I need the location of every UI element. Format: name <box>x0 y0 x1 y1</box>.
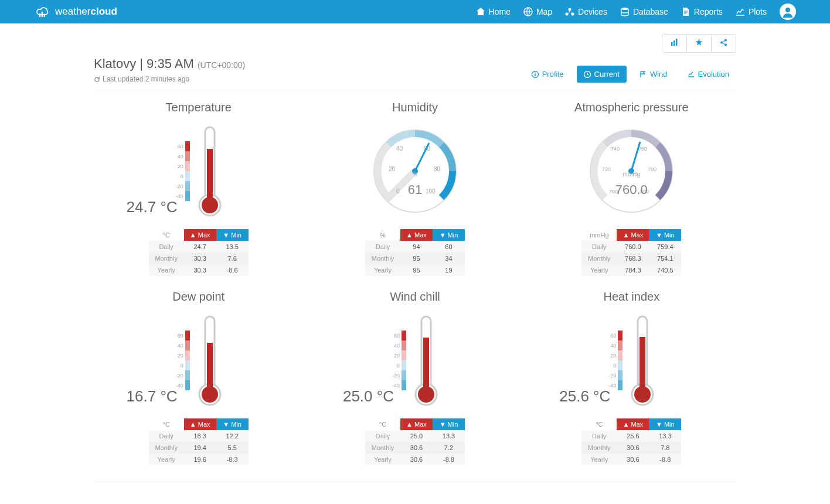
panel-title: Dew point <box>94 290 303 304</box>
devices-icon <box>565 7 574 16</box>
nav-database[interactable]: Database <box>620 7 668 16</box>
cloud-icon <box>34 3 52 21</box>
favorite-button[interactable] <box>686 35 711 52</box>
home-icon <box>476 7 485 16</box>
table-row: Yearly30.6-8.8 <box>365 454 465 465</box>
star-icon <box>695 39 703 46</box>
table-row: Monthly9534 <box>365 253 465 264</box>
stats-table: °C▲ Max▼ Min Daily18.312.2 Monthly19.45.… <box>149 418 249 465</box>
stats-table: °C▲ Max▼ Min Daily24.713.5 Monthly30.37.… <box>149 229 249 276</box>
table-row: Monthly30.67.8 <box>581 442 681 454</box>
database-icon <box>620 7 630 16</box>
pressure-gauge: 700 720 740 760 780 800 mmHg 760.0 <box>584 124 678 218</box>
temperature-value: 24.7 °C <box>127 198 178 216</box>
brand-text-a: weather <box>55 6 90 17</box>
thermometer-icon <box>198 124 222 218</box>
panel-title: Heat index <box>527 290 736 304</box>
table-row: Yearly30.3-8.6 <box>149 264 249 276</box>
thermo-scale: 60 40 20 0 -20 -40 <box>176 331 190 390</box>
file-icon <box>681 7 690 16</box>
svg-rect-47 <box>423 338 429 390</box>
nav-reports[interactable]: Reports <box>681 7 723 16</box>
svg-rect-21 <box>207 149 213 200</box>
panel-dew-point: Dew point 60 40 20 0 -20 -40 16.7 °C <box>94 290 303 465</box>
divider <box>94 482 736 482</box>
refresh-icon <box>94 76 100 83</box>
stats-table: mmHg▲ Max▼ Min Daily760.0759.4 Monthly76… <box>581 229 681 276</box>
svg-line-30 <box>415 143 429 171</box>
svg-point-7 <box>621 8 628 10</box>
heat-value: 25.6 °C <box>559 387 610 406</box>
panel-pressure: Atmospheric pressure 700 720 740 760 <box>527 101 736 276</box>
table-row: Daily24.713.5 <box>149 241 249 253</box>
share-button[interactable] <box>711 35 736 52</box>
svg-point-22 <box>202 197 218 213</box>
svg-rect-10 <box>673 40 675 46</box>
dew-value: 16.7 °C <box>127 387 178 406</box>
svg-point-16 <box>535 72 536 73</box>
nav-home[interactable]: Home <box>476 7 511 16</box>
table-row: Monthly30.67.2 <box>365 442 465 454</box>
tab-wind[interactable]: Wind <box>632 66 675 83</box>
table-row: Monthly30.37.6 <box>149 253 249 264</box>
svg-text:40: 40 <box>396 145 403 152</box>
thermometer-icon <box>198 314 222 407</box>
svg-rect-0 <box>39 13 40 17</box>
table-row: Yearly19.6-8.3 <box>149 454 249 465</box>
panel-title: Temperature <box>94 101 303 114</box>
nav-plots[interactable]: Plots <box>736 7 767 16</box>
svg-point-4 <box>569 8 572 11</box>
stats-button[interactable] <box>662 35 686 52</box>
table-row: Yearly30.6-8.8 <box>581 454 681 465</box>
table-row: Monthly19.45.5 <box>149 442 249 454</box>
bars-icon <box>671 39 678 46</box>
tab-evolution[interactable]: Evolution <box>681 66 736 83</box>
panel-title: Atmospheric pressure <box>527 101 736 114</box>
action-toolbar <box>94 34 736 53</box>
brand-logo[interactable]: weathercloud <box>34 3 117 21</box>
table-row: Daily18.312.2 <box>149 430 249 442</box>
panel-title: Humidity <box>310 101 519 114</box>
info-icon <box>532 71 539 78</box>
thermo-scale: 60 40 20 0 -20 -40 <box>608 331 622 390</box>
table-row: Yearly9519 <box>365 264 465 276</box>
trend-icon <box>688 71 695 78</box>
thermometer-icon <box>414 314 438 407</box>
svg-rect-17 <box>535 74 536 76</box>
user-icon <box>782 6 794 18</box>
clock-icon <box>584 71 591 78</box>
panels-grid: Temperature 60 40 20 0 -20 -40 24.7 °C <box>94 101 736 465</box>
table-row: Monthly768.3754.1 <box>581 253 681 264</box>
brand-text-b: cloud <box>90 6 117 17</box>
panel-humidity: Humidity 0 20 40 60 80 <box>310 101 519 276</box>
svg-point-44 <box>202 386 218 403</box>
thermo-scale: 60 40 20 0 -20 -40 <box>176 141 190 201</box>
user-avatar[interactable] <box>780 4 796 20</box>
tab-profile[interactable]: Profile <box>525 66 571 83</box>
chart-line-icon <box>736 7 745 16</box>
panel-title: Wind chill <box>310 290 519 304</box>
top-navbar: weathercloud Home Map Devices Database R… <box>0 0 830 23</box>
svg-point-48 <box>418 386 434 403</box>
stats-table: °C▲ Max▼ Min Daily25.613.3 Monthly30.67.… <box>581 418 681 465</box>
tab-current[interactable]: Current <box>577 66 627 83</box>
share-icon <box>720 39 727 46</box>
svg-text:760: 760 <box>638 146 647 152</box>
chill-value: 25.0 °C <box>343 387 394 406</box>
svg-rect-43 <box>207 343 213 390</box>
svg-rect-9 <box>671 42 673 46</box>
svg-rect-2 <box>44 15 45 18</box>
table-row: Daily25.613.3 <box>581 430 681 442</box>
divider <box>94 90 736 90</box>
table-row: Daily25.013.3 <box>365 430 465 442</box>
stats-table: °C▲ Max▼ Min Daily25.013.3 Monthly30.67.… <box>365 418 465 465</box>
panel-temperature: Temperature 60 40 20 0 -20 -40 24.7 °C <box>94 101 303 276</box>
svg-rect-11 <box>676 39 678 46</box>
humidity-gauge: 0 20 40 60 80 100 % 61 <box>368 124 462 218</box>
nav-map[interactable]: Map <box>523 7 552 16</box>
nav-devices[interactable]: Devices <box>565 7 607 16</box>
svg-line-39 <box>631 142 640 171</box>
humidity-value: 61 <box>368 182 462 197</box>
svg-rect-51 <box>639 337 645 390</box>
svg-point-8 <box>785 8 790 12</box>
